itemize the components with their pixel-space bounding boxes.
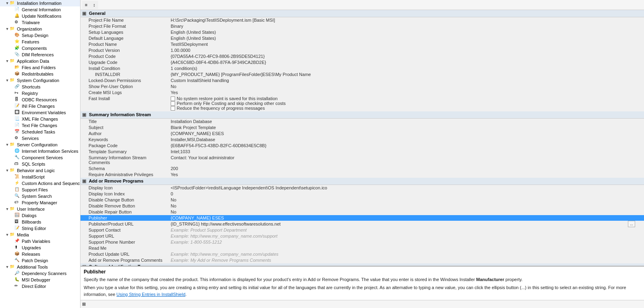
sort-alpha-btn[interactable]: ↕ <box>90 1 98 9</box>
prop-value[interactable]: Yes <box>169 172 644 178</box>
prop-value[interactable]: Contact: Your local administrator <box>169 155 644 166</box>
prop-value[interactable]: 1.00.0000 <box>169 47 644 53</box>
sidebar-item-shortcuts[interactable]: 🔗 Shortcuts <box>0 84 80 90</box>
expander-appdata[interactable]: ▼ <box>5 59 10 63</box>
sidebar-item-xml[interactable]: 📃 XML File Changes <box>0 116 80 122</box>
sidebar-item-env-vars[interactable]: 🔲 Environment Variables <box>0 109 80 116</box>
sidebar-item-direct-editor[interactable]: ✏ Direct Editor <box>0 283 80 290</box>
expander-tools[interactable]: ▼ <box>5 265 10 269</box>
sidebar-item-patch-design[interactable]: 🔨 Patch Design <box>0 257 80 264</box>
prop-value[interactable]: English (United States) <box>169 29 644 35</box>
prop-value[interactable]: {COMPANY_NAME} ESES <box>169 131 644 137</box>
sidebar-item-behavior-logic[interactable]: ▼ 📁 Behavior and Logic <box>0 167 80 174</box>
prop-value[interactable]: Installer,MSI,Database <box>169 137 644 143</box>
section-header-summary[interactable]: ▣ Summary Information Stream <box>80 111 644 119</box>
sidebar-item-installation-info[interactable]: ▼ 📁 Installation Information <box>0 0 80 6</box>
sidebar-item-billboards[interactable]: 🖼 Billboards <box>0 219 80 225</box>
prop-value[interactable] <box>169 245 644 251</box>
sidebar-item-trialware[interactable]: ⚙ Trialware <box>0 19 80 26</box>
sidebar-item-registry[interactable]: 🗝 Registry <box>0 90 80 97</box>
prop-value[interactable]: 0 <box>169 191 644 197</box>
sidebar-item-ini[interactable]: 📝 INI File Changes <box>0 103 80 109</box>
sidebar-item-features[interactable]: ⭐ Features <box>0 39 80 45</box>
sidebar-item-components[interactable]: 🧩 Components <box>0 45 80 51</box>
sidebar-item-msi-debugger[interactable]: 🐛 MSI Debugger <box>0 277 80 283</box>
section-toggle-addremove[interactable]: ▣ <box>82 179 86 183</box>
checkbox-costing[interactable] <box>171 101 175 106</box>
prop-value[interactable]: Example: My Add or Remove Programs Comme… <box>169 257 644 263</box>
ellipsis-button[interactable]: ... <box>628 221 635 227</box>
sidebar-item-sql-scripts[interactable]: 🗃 SQL Scripts <box>0 161 80 167</box>
sidebar-item-user-interface[interactable]: ▼ 📁 User Interface <box>0 206 80 212</box>
sidebar-item-system-search[interactable]: 🔍 System Search <box>0 193 80 199</box>
sidebar-item-system-config[interactable]: ▼ 📁 System Configuration <box>0 77 80 84</box>
sidebar-item-releases[interactable]: 📦 Releases <box>0 251 80 257</box>
sidebar-item-upgrades[interactable]: ⬆ Upgrades <box>0 244 80 251</box>
sidebar-item-additional-tools[interactable]: ▼ 📁 Additional Tools <box>0 264 80 270</box>
prop-value[interactable]: {MY_PRODUCT_NAME} [ProgramFilesFolder]ES… <box>169 72 644 78</box>
prop-value[interactable]: No <box>169 84 644 90</box>
section-header-general[interactable]: ▣ General <box>80 10 644 17</box>
prop-value[interactable]: {ID_STRING1} http://www.effectivesoftwar… <box>169 221 644 227</box>
sidebar-item-odbc[interactable]: 🗄 ODBC Resources <box>0 97 80 103</box>
prop-value[interactable]: Example: Product Support Department <box>169 227 644 233</box>
prop-value[interactable]: No <box>169 203 644 209</box>
expander-sysconfig[interactable]: ▼ <box>5 78 10 82</box>
sidebar-item-text-file[interactable]: 📄 Text File Changes <box>0 122 80 129</box>
expander-installation-info[interactable]: ▼ <box>5 1 10 5</box>
sidebar-item-organization[interactable]: ▼ 📁 Organization <box>0 26 80 32</box>
expander-organization[interactable]: ▼ <box>5 27 10 31</box>
sidebar-item-files-folders[interactable]: 📂 Files and Folders <box>0 64 80 71</box>
sidebar-item-dim-references[interactable]: 📎 DIM References <box>0 51 80 58</box>
sidebar-item-component-services[interactable]: 🔧 Component Services <box>0 154 80 161</box>
sidebar-item-setup-design[interactable]: 🎨 Setup Design <box>0 32 80 39</box>
sidebar-item-string-editor[interactable]: 📝 String Editor <box>0 225 80 232</box>
section-toggle-general[interactable]: ▣ <box>82 11 86 16</box>
sidebar-item-update-notifications[interactable]: 🔔 Update Notifications <box>0 13 80 19</box>
checkbox-progress[interactable] <box>171 106 175 111</box>
expander-media[interactable]: ▼ <box>5 233 10 237</box>
expander-ui[interactable]: ▼ <box>5 207 10 211</box>
sidebar-item-installscript[interactable]: 📜 InstallScript <box>0 174 80 180</box>
sort-category-btn[interactable]: ≡ <box>82 1 90 9</box>
table-row-publisher[interactable]: Publisher {COMPANY_NAME} ESES <box>80 215 644 221</box>
prop-value[interactable]: Yes <box>169 90 644 96</box>
sidebar-item-custom-actions[interactable]: ⚡ Custom Actions and Sequences <box>0 180 80 187</box>
prop-value[interactable]: 1 condition(s) <box>169 66 644 72</box>
sidebar-item-services[interactable]: ⚙ Services <box>0 135 80 142</box>
expander-behavior[interactable]: ▼ <box>5 168 10 172</box>
sidebar-item-server-config[interactable]: ▼ 📁 Server Configuration <box>0 142 80 148</box>
section-header-addremove[interactable]: ▣ Add or Remove Programs <box>80 178 644 185</box>
prop-value-publisher[interactable]: {COMPANY_NAME} ESES <box>169 215 644 221</box>
prop-value[interactable]: Installation Database <box>169 119 644 125</box>
sidebar-item-general-info[interactable]: 📄 General Information <box>0 6 80 13</box>
prop-value[interactable]: Blank Project Template <box>169 125 644 131</box>
prop-value[interactable]: {E6BAFF54-F5C3-43BD-B2FC-60D8634E5C8B} <box>169 143 644 149</box>
prop-value[interactable]: No <box>169 197 644 203</box>
prop-value[interactable]: 200 <box>169 166 644 172</box>
checkbox-restore[interactable] <box>171 97 175 101</box>
sidebar-item-dialogs[interactable]: 🪟 Dialogs <box>0 212 80 219</box>
prop-value[interactable]: <ISProductFolder>\redist\Language Indepe… <box>169 185 644 191</box>
sidebar-item-redistributables[interactable]: 📦 Redistributables <box>0 71 80 77</box>
section-toggle-summary[interactable]: ▣ <box>82 112 86 117</box>
prop-value[interactable]: Example: http://www.my_company_name.com/… <box>169 233 644 239</box>
sidebar-item-media[interactable]: ▼ 📁 Media <box>0 232 80 238</box>
prop-value[interactable]: {A4C6C68D-08F4-4DB6-87FA-9F349CA2BD2E} <box>169 60 644 66</box>
sidebar-item-dependency-scanners[interactable]: 🔎 Dependency Scanners <box>0 270 80 277</box>
sidebar-item-path-variables[interactable]: 📌 Path Variables <box>0 238 80 244</box>
prop-value[interactable]: Example: 1-800-555-1212 <box>169 239 644 245</box>
sidebar-item-iis[interactable]: 🌐 Internet Information Services <box>0 148 80 154</box>
prop-value[interactable]: TestIISDeployment <box>169 41 644 47</box>
prop-value[interactable]: English (United States) <box>169 35 644 41</box>
description-link[interactable]: Using String Entries in InstallShield <box>116 292 185 297</box>
prop-value[interactable]: Example: http://www.my_company_name.com/… <box>169 251 644 257</box>
prop-value[interactable]: {07DA55A4-C720-4FC9-8806-2B9SDE5D4121} <box>169 53 644 60</box>
sidebar-item-support-files[interactable]: 📋 Support Files <box>0 187 80 193</box>
sidebar-item-application-data[interactable]: ▼ 📁 Application Data <box>0 58 80 64</box>
prop-value[interactable]: No system restore point is saved for thi… <box>169 96 644 111</box>
prop-value[interactable]: Intel;1033 <box>169 149 644 155</box>
prop-value[interactable]: H:\Src\Packaging\TestIISDeployment.ism [… <box>169 17 644 23</box>
prop-value[interactable]: Custom InstallShield handling <box>169 78 644 84</box>
expander-serverconfig[interactable]: ▼ <box>5 143 10 147</box>
